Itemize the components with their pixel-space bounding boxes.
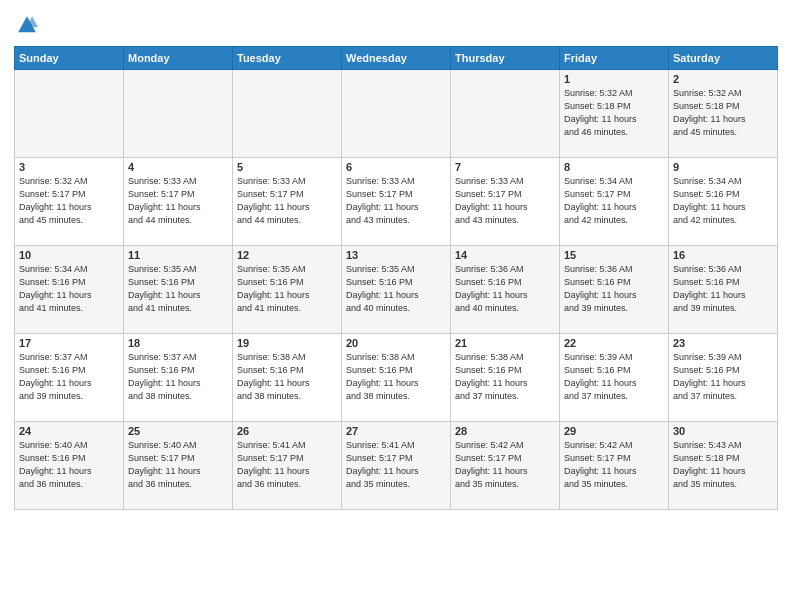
day-cell-23: 23Sunrise: 5:39 AM Sunset: 5:16 PM Dayli…: [669, 334, 778, 422]
day-number: 1: [564, 73, 664, 85]
week-row-3: 10Sunrise: 5:34 AM Sunset: 5:16 PM Dayli…: [15, 246, 778, 334]
day-info: Sunrise: 5:41 AM Sunset: 5:17 PM Dayligh…: [346, 439, 446, 491]
day-number: 24: [19, 425, 119, 437]
logo-icon: [16, 14, 38, 36]
day-cell-20: 20Sunrise: 5:38 AM Sunset: 5:16 PM Dayli…: [342, 334, 451, 422]
day-number: 15: [564, 249, 664, 261]
day-info: Sunrise: 5:32 AM Sunset: 5:17 PM Dayligh…: [19, 175, 119, 227]
day-info: Sunrise: 5:35 AM Sunset: 5:16 PM Dayligh…: [237, 263, 337, 315]
day-cell-19: 19Sunrise: 5:38 AM Sunset: 5:16 PM Dayli…: [233, 334, 342, 422]
day-cell-17: 17Sunrise: 5:37 AM Sunset: 5:16 PM Dayli…: [15, 334, 124, 422]
day-number: 13: [346, 249, 446, 261]
weekday-friday: Friday: [560, 47, 669, 70]
day-cell-22: 22Sunrise: 5:39 AM Sunset: 5:16 PM Dayli…: [560, 334, 669, 422]
day-info: Sunrise: 5:41 AM Sunset: 5:17 PM Dayligh…: [237, 439, 337, 491]
day-number: 18: [128, 337, 228, 349]
day-number: 20: [346, 337, 446, 349]
logo: [14, 14, 38, 40]
weekday-sunday: Sunday: [15, 47, 124, 70]
day-info: Sunrise: 5:35 AM Sunset: 5:16 PM Dayligh…: [346, 263, 446, 315]
day-info: Sunrise: 5:33 AM Sunset: 5:17 PM Dayligh…: [455, 175, 555, 227]
day-number: 3: [19, 161, 119, 173]
day-info: Sunrise: 5:32 AM Sunset: 5:18 PM Dayligh…: [673, 87, 773, 139]
empty-cell: [342, 70, 451, 158]
day-number: 7: [455, 161, 555, 173]
day-info: Sunrise: 5:36 AM Sunset: 5:16 PM Dayligh…: [455, 263, 555, 315]
day-number: 30: [673, 425, 773, 437]
day-number: 21: [455, 337, 555, 349]
day-info: Sunrise: 5:38 AM Sunset: 5:16 PM Dayligh…: [455, 351, 555, 403]
day-info: Sunrise: 5:40 AM Sunset: 5:17 PM Dayligh…: [128, 439, 228, 491]
day-cell-24: 24Sunrise: 5:40 AM Sunset: 5:16 PM Dayli…: [15, 422, 124, 510]
day-cell-10: 10Sunrise: 5:34 AM Sunset: 5:16 PM Dayli…: [15, 246, 124, 334]
day-info: Sunrise: 5:37 AM Sunset: 5:16 PM Dayligh…: [128, 351, 228, 403]
day-number: 29: [564, 425, 664, 437]
empty-cell: [233, 70, 342, 158]
day-number: 6: [346, 161, 446, 173]
day-cell-14: 14Sunrise: 5:36 AM Sunset: 5:16 PM Dayli…: [451, 246, 560, 334]
day-number: 12: [237, 249, 337, 261]
day-info: Sunrise: 5:33 AM Sunset: 5:17 PM Dayligh…: [128, 175, 228, 227]
day-info: Sunrise: 5:39 AM Sunset: 5:16 PM Dayligh…: [673, 351, 773, 403]
weekday-header-row: SundayMondayTuesdayWednesdayThursdayFrid…: [15, 47, 778, 70]
header: [14, 10, 778, 40]
day-number: 22: [564, 337, 664, 349]
day-cell-26: 26Sunrise: 5:41 AM Sunset: 5:17 PM Dayli…: [233, 422, 342, 510]
day-info: Sunrise: 5:36 AM Sunset: 5:16 PM Dayligh…: [564, 263, 664, 315]
day-info: Sunrise: 5:37 AM Sunset: 5:16 PM Dayligh…: [19, 351, 119, 403]
day-info: Sunrise: 5:34 AM Sunset: 5:17 PM Dayligh…: [564, 175, 664, 227]
weekday-tuesday: Tuesday: [233, 47, 342, 70]
weekday-wednesday: Wednesday: [342, 47, 451, 70]
day-info: Sunrise: 5:36 AM Sunset: 5:16 PM Dayligh…: [673, 263, 773, 315]
weekday-saturday: Saturday: [669, 47, 778, 70]
day-info: Sunrise: 5:43 AM Sunset: 5:18 PM Dayligh…: [673, 439, 773, 491]
day-cell-13: 13Sunrise: 5:35 AM Sunset: 5:16 PM Dayli…: [342, 246, 451, 334]
day-number: 14: [455, 249, 555, 261]
day-cell-9: 9Sunrise: 5:34 AM Sunset: 5:16 PM Daylig…: [669, 158, 778, 246]
day-number: 19: [237, 337, 337, 349]
day-info: Sunrise: 5:42 AM Sunset: 5:17 PM Dayligh…: [564, 439, 664, 491]
day-cell-1: 1Sunrise: 5:32 AM Sunset: 5:18 PM Daylig…: [560, 70, 669, 158]
day-cell-16: 16Sunrise: 5:36 AM Sunset: 5:16 PM Dayli…: [669, 246, 778, 334]
day-info: Sunrise: 5:33 AM Sunset: 5:17 PM Dayligh…: [237, 175, 337, 227]
day-cell-8: 8Sunrise: 5:34 AM Sunset: 5:17 PM Daylig…: [560, 158, 669, 246]
page: SundayMondayTuesdayWednesdayThursdayFrid…: [0, 0, 792, 612]
day-cell-21: 21Sunrise: 5:38 AM Sunset: 5:16 PM Dayli…: [451, 334, 560, 422]
calendar-table: SundayMondayTuesdayWednesdayThursdayFrid…: [14, 46, 778, 510]
day-cell-4: 4Sunrise: 5:33 AM Sunset: 5:17 PM Daylig…: [124, 158, 233, 246]
day-cell-3: 3Sunrise: 5:32 AM Sunset: 5:17 PM Daylig…: [15, 158, 124, 246]
day-info: Sunrise: 5:40 AM Sunset: 5:16 PM Dayligh…: [19, 439, 119, 491]
day-number: 23: [673, 337, 773, 349]
day-cell-28: 28Sunrise: 5:42 AM Sunset: 5:17 PM Dayli…: [451, 422, 560, 510]
day-number: 16: [673, 249, 773, 261]
empty-cell: [451, 70, 560, 158]
day-number: 11: [128, 249, 228, 261]
day-number: 17: [19, 337, 119, 349]
day-cell-11: 11Sunrise: 5:35 AM Sunset: 5:16 PM Dayli…: [124, 246, 233, 334]
empty-cell: [15, 70, 124, 158]
day-info: Sunrise: 5:34 AM Sunset: 5:16 PM Dayligh…: [19, 263, 119, 315]
day-info: Sunrise: 5:42 AM Sunset: 5:17 PM Dayligh…: [455, 439, 555, 491]
day-cell-2: 2Sunrise: 5:32 AM Sunset: 5:18 PM Daylig…: [669, 70, 778, 158]
day-cell-27: 27Sunrise: 5:41 AM Sunset: 5:17 PM Dayli…: [342, 422, 451, 510]
day-cell-25: 25Sunrise: 5:40 AM Sunset: 5:17 PM Dayli…: [124, 422, 233, 510]
day-number: 4: [128, 161, 228, 173]
weekday-thursday: Thursday: [451, 47, 560, 70]
day-cell-12: 12Sunrise: 5:35 AM Sunset: 5:16 PM Dayli…: [233, 246, 342, 334]
day-cell-7: 7Sunrise: 5:33 AM Sunset: 5:17 PM Daylig…: [451, 158, 560, 246]
day-cell-18: 18Sunrise: 5:37 AM Sunset: 5:16 PM Dayli…: [124, 334, 233, 422]
empty-cell: [124, 70, 233, 158]
day-number: 28: [455, 425, 555, 437]
day-number: 10: [19, 249, 119, 261]
day-info: Sunrise: 5:34 AM Sunset: 5:16 PM Dayligh…: [673, 175, 773, 227]
day-number: 27: [346, 425, 446, 437]
day-number: 9: [673, 161, 773, 173]
day-info: Sunrise: 5:32 AM Sunset: 5:18 PM Dayligh…: [564, 87, 664, 139]
day-cell-30: 30Sunrise: 5:43 AM Sunset: 5:18 PM Dayli…: [669, 422, 778, 510]
day-info: Sunrise: 5:33 AM Sunset: 5:17 PM Dayligh…: [346, 175, 446, 227]
week-row-2: 3Sunrise: 5:32 AM Sunset: 5:17 PM Daylig…: [15, 158, 778, 246]
day-cell-29: 29Sunrise: 5:42 AM Sunset: 5:17 PM Dayli…: [560, 422, 669, 510]
day-info: Sunrise: 5:38 AM Sunset: 5:16 PM Dayligh…: [346, 351, 446, 403]
day-cell-5: 5Sunrise: 5:33 AM Sunset: 5:17 PM Daylig…: [233, 158, 342, 246]
day-info: Sunrise: 5:38 AM Sunset: 5:16 PM Dayligh…: [237, 351, 337, 403]
